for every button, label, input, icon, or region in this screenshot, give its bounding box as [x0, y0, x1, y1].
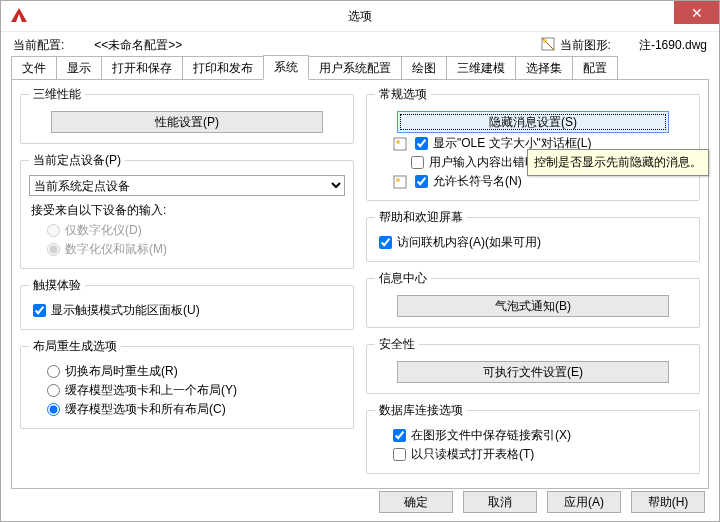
group-regen: 布局重生成选项 切换布局时重生成(R) 缓存模型选项卡和上一个布局(Y) 缓存模… — [20, 338, 354, 429]
radio-regen-switch-label: 切换布局时重生成(R) — [65, 363, 178, 380]
options-dialog: { "title": "选项", "close_glyph": "✕", "pr… — [0, 0, 720, 522]
radio-cache-last-label: 缓存模型选项卡和上一个布局(Y) — [65, 382, 237, 399]
cancel-button[interactable]: 取消 — [463, 491, 537, 513]
group-dbconnect: 数据库连接选项 在图形文件中保存链接索引(X) 以只读模式打开表格(T) — [366, 402, 700, 474]
window-title: 选项 — [1, 8, 719, 25]
chk-touch-ribbon[interactable] — [33, 304, 46, 317]
bubble-notify-button[interactable]: 气泡式通知(B) — [397, 295, 669, 317]
chk-readonly-tables[interactable] — [393, 448, 406, 461]
current-drawing-label: 当前图形: — [560, 37, 611, 54]
chk-store-link-index-label: 在图形文件中保存链接索引(X) — [411, 427, 571, 444]
svg-rect-4 — [394, 176, 406, 188]
perf-settings-button[interactable]: 性能设置(P) — [51, 111, 323, 133]
apply-button[interactable]: 应用(A) — [547, 491, 621, 513]
help-button[interactable]: 帮助(H) — [631, 491, 705, 513]
opt-digitizer-mouse: 数字化仪和鼠标(M) — [47, 241, 345, 258]
radio-digitizer-only-label: 仅数字化仪(D) — [65, 222, 142, 239]
tab-open-save[interactable]: 打开和保存 — [101, 56, 183, 80]
tab-system[interactable]: 系统 — [263, 55, 309, 80]
chk-long-names[interactable] — [415, 175, 428, 188]
legend-help: 帮助和欢迎屏幕 — [375, 209, 467, 226]
svg-point-3 — [396, 140, 400, 144]
tab-user-prefs[interactable]: 用户系统配置 — [308, 56, 402, 80]
accept-input-label: 接受来自以下设备的输入: — [31, 202, 345, 219]
chk-ole-text-size[interactable] — [415, 137, 428, 150]
tab-display[interactable]: 显示 — [56, 56, 102, 80]
group-touch: 触摸体验 显示触摸模式功能区面板(U) — [20, 277, 354, 330]
ok-button[interactable]: 确定 — [379, 491, 453, 513]
exe-settings-button[interactable]: 可执行文件设置(E) — [397, 361, 669, 383]
tab-plot-publish[interactable]: 打印和发布 — [182, 56, 264, 80]
radio-cache-all-label: 缓存模型选项卡和所有布局(C) — [65, 401, 226, 418]
system-panel: 三维性能 性能设置(P) 当前定点设备(P) 当前系统定点设备 接受来自以下设备… — [11, 79, 709, 489]
hidden-msg-settings-button[interactable]: 隐藏消息设置(S) — [397, 111, 669, 133]
chk-online-content-label: 访问联机内容(A)(如果可用) — [397, 234, 541, 251]
drawing-icon — [540, 36, 556, 55]
legend-3d-perf: 三维性能 — [29, 86, 85, 103]
dialog-footer: 确定 取消 应用(A) 帮助(H) — [379, 491, 705, 513]
tooltip: 控制是否显示先前隐藏的消息。 — [527, 149, 709, 176]
tab-profiles[interactable]: 配置 — [572, 56, 618, 80]
legend-dbconnect: 数据库连接选项 — [375, 402, 467, 419]
chk-readonly-tables-label: 以只读模式打开表格(T) — [411, 446, 534, 463]
group-help: 帮助和欢迎屏幕 访问联机内容(A)(如果可用) — [366, 209, 700, 262]
current-profile-value: <<未命名配置>> — [94, 37, 182, 54]
chk-store-link-index[interactable] — [393, 429, 406, 442]
group-3d-perf: 三维性能 性能设置(P) — [20, 86, 354, 144]
current-profile-label: 当前配置: — [13, 37, 64, 54]
legend-security: 安全性 — [375, 336, 419, 353]
left-column: 三维性能 性能设置(P) 当前定点设备(P) 当前系统定点设备 接受来自以下设备… — [20, 86, 354, 480]
legend-touch: 触摸体验 — [29, 277, 85, 294]
current-drawing-value: 注-1690.dwg — [639, 37, 707, 54]
tab-files[interactable]: 文件 — [11, 56, 57, 80]
opt-digitizer-only: 仅数字化仪(D) — [47, 222, 345, 239]
close-button[interactable]: ✕ — [674, 1, 719, 24]
group-pointer: 当前定点设备(P) 当前系统定点设备 接受来自以下设备的输入: 仅数字化仪(D)… — [20, 152, 354, 269]
radio-cache-all[interactable] — [47, 403, 60, 416]
radio-regen-switch[interactable] — [47, 365, 60, 378]
radio-cache-last[interactable] — [47, 384, 60, 397]
right-column: 常规选项 隐藏消息设置(S) 显示"OLE 文字大小"对话框(L) 用户输入内容… — [366, 86, 700, 480]
tab-selection[interactable]: 选择集 — [515, 56, 573, 80]
legend-general: 常规选项 — [375, 86, 431, 103]
group-security: 安全性 可执行文件设置(E) — [366, 336, 700, 394]
tab-strip: 文件 显示 打开和保存 打印和发布 系统 用户系统配置 绘图 三维建模 选择集 … — [1, 56, 719, 79]
titlebar: 选项 ✕ — [1, 1, 719, 32]
profile-row: 当前配置: <<未命名配置>> 当前图形: 注-1690.dwg — [1, 32, 719, 56]
chk-long-names-label: 允许长符号名(N) — [433, 173, 522, 190]
tab-3d-modeling[interactable]: 三维建模 — [446, 56, 516, 80]
svg-point-5 — [396, 178, 400, 182]
tab-drafting[interactable]: 绘图 — [401, 56, 447, 80]
chk-touch-ribbon-label: 显示触摸模式功能区面板(U) — [51, 302, 200, 319]
svg-point-1 — [543, 39, 547, 43]
group-infocenter: 信息中心 气泡式通知(B) — [366, 270, 700, 328]
legend-regen: 布局重生成选项 — [29, 338, 121, 355]
legend-infocenter: 信息中心 — [375, 270, 431, 287]
pointer-device-select[interactable]: 当前系统定点设备 — [29, 175, 345, 196]
chk-online-content[interactable] — [379, 236, 392, 249]
radio-digitizer-only — [47, 224, 60, 237]
drawing-small-icon-2 — [393, 175, 407, 189]
radio-digitizer-mouse — [47, 243, 60, 256]
radio-digitizer-mouse-label: 数字化仪和鼠标(M) — [65, 241, 167, 258]
svg-rect-2 — [394, 138, 406, 150]
chk-beep-error[interactable] — [411, 156, 424, 169]
drawing-small-icon — [393, 137, 407, 151]
legend-pointer: 当前定点设备(P) — [29, 152, 125, 169]
close-icon: ✕ — [691, 5, 703, 21]
group-general: 常规选项 隐藏消息设置(S) 显示"OLE 文字大小"对话框(L) 用户输入内容… — [366, 86, 700, 201]
